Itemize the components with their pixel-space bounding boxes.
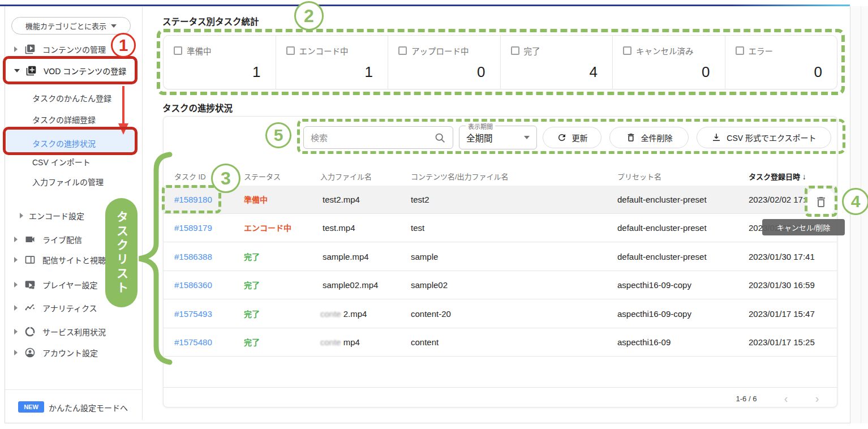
sidebar-item-vod-registration[interactable]: VOD コンテンツの登録 [14,63,126,78]
cancel-delete-tooltip: キャンセル/削除 [762,219,845,235]
sidebar-item-csv-import[interactable]: CSV インポート [32,155,91,169]
column-header-content-name[interactable]: コンテンツ名/出力ファイル名 [411,171,509,182]
chevron-right-icon [14,282,18,288]
sidebar-item-analytics[interactable]: アナリティクス [14,301,97,315]
sidebar-item-encode-settings[interactable]: エンコード設定 [20,208,84,223]
sidebar-item-label: タスクのかんたん登録 [32,92,111,104]
column-header-status[interactable]: ステータス [244,171,281,182]
table-row[interactable]: #1586360 完了 sample02.mp4 sample02 aspect… [164,271,837,299]
analytics-chart-icon [24,302,36,314]
checkbox-cancelled[interactable] [623,46,631,55]
period-floating-label: 表示期間 [466,122,495,131]
preset-cell: aspecthi16-09-copy [617,300,691,328]
column-header-preset[interactable]: プリセット名 [617,171,661,182]
sidebar-item-content-management[interactable]: コンテンツの管理 [14,42,106,57]
checkbox-preparing[interactable] [174,46,182,55]
chevron-right-icon [20,213,23,218]
category-display-dropdown[interactable]: 機能カテゴリごとに表示 [11,17,131,35]
sidebar-item-task-easy-registration[interactable]: タスクのかんたん登録 [32,91,111,105]
column-header-registered-date[interactable]: タスク登録日時 ↓ [749,171,806,182]
table-row[interactable]: #1575480 完了 contemp4 content aspecthi16-… [164,328,837,357]
checkbox-uploading[interactable] [398,46,407,55]
export-csv-button[interactable]: CSV 形式でエクスポート [697,127,831,148]
sidebar-item-label: CSV インポート [32,156,91,168]
checkbox-encoding[interactable] [286,46,295,55]
row-delete-button[interactable] [806,187,836,217]
sidebar-item-distribution-site[interactable]: 配信サイトと視聴ペ [14,252,114,267]
refresh-label: 更新 [572,132,588,143]
easy-mode-link[interactable]: かんたん設定モードへ [49,402,128,413]
search-icon[interactable] [434,132,446,144]
content-name-clipped: content-20 [411,300,451,328]
content-name-cell: test [411,214,424,242]
column-header-label: タスク登録日時 [749,173,800,181]
chevron-right-icon [14,237,18,242]
preset-cell: default-encluster-preset [617,186,707,214]
task-id-link[interactable]: #1586360 [174,271,212,299]
download-icon [711,132,721,143]
period-selected-value: 全期間 [466,131,524,144]
sidebar-item-task-detail-registration[interactable]: タスクの詳細登録 [32,112,96,127]
stat-value: 1 [365,63,373,81]
player-gear-icon [24,279,36,290]
pagination-prev-icon[interactable]: ‹ [779,392,793,405]
pagination-next-icon[interactable]: › [810,392,824,405]
sidebar-item-label: アナリティクス [42,302,97,314]
table-row[interactable]: #1586388 完了 sample.mp4 sample default-en… [164,243,837,271]
sidebar: 機能カテゴリごとに表示 コンテンツの管理 VOD コンテンツの登録 タスクのかん… [5,7,143,420]
sidebar-item-label: タスクの進捗状況 [32,138,96,149]
preset-cell: aspecthi16-09-copy [617,271,691,299]
checkbox-error[interactable] [736,46,744,55]
stat-card-preparing: 準備中 1 [164,36,276,89]
column-header-input-file[interactable]: 入力ファイル名 [320,171,372,182]
checkbox-completed[interactable] [511,46,519,55]
table-row[interactable]: #1575493 完了 conte2.mp4 content-20 aspect… [164,300,837,328]
sidebar-divider [5,389,143,390]
sidebar-item-live-streaming[interactable]: ライブ配信 [14,232,82,247]
chevron-down-icon [111,24,117,28]
sidebar-item-player-settings[interactable]: プレイヤー設定 [14,277,98,292]
sidebar-item-task-progress[interactable]: タスクの進捗状況 [32,136,96,151]
table-row[interactable]: #1589179 エンコード中 test.mp4 test default-en… [164,214,837,242]
status-badge: 準備中 [244,186,268,214]
stat-value: 1 [252,63,260,81]
stat-value: 4 [590,63,598,81]
input-file-name: sample02.mp4 [323,280,378,290]
scrollbar-gutter[interactable] [850,6,868,423]
account-circle-icon [24,347,36,358]
search-input[interactable] [311,133,434,143]
preset-cell: default-encluster-preset [617,214,707,242]
stat-label: アップロード中 [411,45,469,57]
sidebar-item-label: アカウント設定 [42,347,98,358]
refresh-button[interactable]: 更新 [543,127,601,148]
status-badge: 完了 [244,271,260,299]
search-input-box[interactable] [303,126,453,149]
sidebar-item-account-settings[interactable]: アカウント設定 [14,345,98,360]
stat-card-error: エラー 0 [725,36,837,89]
task-id-link[interactable]: #1589180 [174,186,212,214]
task-id-link[interactable]: #1586388 [174,243,212,271]
column-header-task-id[interactable]: タスク ID [174,171,206,182]
task-id-link[interactable]: #1575480 [174,328,212,357]
sidebar-item-input-file-management[interactable]: 入力ファイルの管理 [32,174,104,189]
sidebar-item-service-usage[interactable]: サービス利用状況 [14,324,106,339]
delete-all-button[interactable]: 全件削除 [609,127,689,148]
input-file-name: test.mp4 [323,223,355,233]
chevron-right-icon [14,305,18,311]
task-id-link[interactable]: #1575493 [174,300,212,328]
videocam-icon [24,234,36,245]
input-file-cell: sample02.mp4 [320,271,378,299]
table-row[interactable]: #1589180 準備中 test2.mp4 test2 default-enc… [164,186,837,214]
pagination-range: 1-6 / 6 [724,394,769,403]
task-table-card: 全期間 表示期間 更新 全件削除 CSV 形式でエクスポート タスク ID ステ… [163,116,837,407]
stat-value: 0 [477,63,485,81]
input-file-cell: sample.mp4 [320,243,369,271]
task-id-link[interactable]: #1589179 [174,214,212,242]
chevron-down-icon [14,69,20,72]
web-layout-icon [24,254,36,265]
content-name-cell: sample [411,243,438,271]
sidebar-item-label: サービス利用状況 [42,326,106,337]
stat-value: 0 [814,63,822,81]
stats-section-title: ステータス別タスク統計 [162,15,259,27]
stat-value: 0 [702,63,710,81]
